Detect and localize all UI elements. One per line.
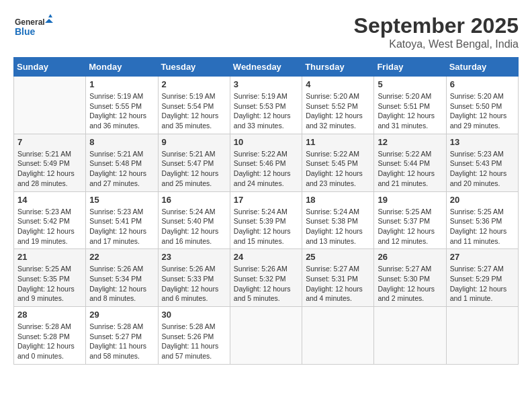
- day-number: 1: [89, 79, 154, 89]
- day-info: Sunrise: 5:25 AMSunset: 5:35 PMDaylight:…: [17, 264, 82, 304]
- day-cell: 5Sunrise: 5:20 AMSunset: 5:51 PMDaylight…: [374, 77, 446, 134]
- day-cell: 8Sunrise: 5:21 AMSunset: 5:48 PMDaylight…: [86, 134, 158, 191]
- calendar-table: SundayMondayTuesdayWednesdayThursdayFrid…: [13, 57, 519, 365]
- day-cell: 12Sunrise: 5:22 AMSunset: 5:44 PMDayligh…: [374, 134, 446, 191]
- weekday-header-friday: Friday: [374, 58, 446, 77]
- day-info: Sunrise: 5:27 AMSunset: 5:31 PMDaylight:…: [306, 264, 370, 304]
- day-info: Sunrise: 5:20 AMSunset: 5:51 PMDaylight:…: [378, 91, 442, 131]
- day-cell: [14, 77, 86, 134]
- day-info: Sunrise: 5:24 AMSunset: 5:40 PMDaylight:…: [162, 207, 226, 246]
- day-number: 3: [234, 79, 298, 89]
- title-block: September 2025 Katoya, West Bengal, Indi…: [354, 13, 519, 50]
- day-number: 10: [234, 137, 298, 147]
- day-number: 6: [450, 79, 515, 89]
- day-info: Sunrise: 5:20 AMSunset: 5:52 PMDaylight:…: [306, 91, 370, 131]
- day-cell: 17Sunrise: 5:24 AMSunset: 5:39 PMDayligh…: [230, 191, 302, 249]
- day-number: 18: [306, 195, 370, 205]
- day-number: 26: [378, 252, 442, 262]
- svg-marker-3: [45, 19, 53, 23]
- day-cell: [374, 307, 446, 365]
- day-cell: 28Sunrise: 5:28 AMSunset: 5:28 PMDayligh…: [14, 307, 86, 365]
- svg-marker-2: [48, 14, 52, 17]
- day-cell: 25Sunrise: 5:27 AMSunset: 5:31 PMDayligh…: [302, 249, 374, 307]
- page-header: General Blue September 2025 Katoya, West…: [13, 13, 519, 50]
- day-number: 22: [89, 252, 154, 262]
- day-info: Sunrise: 5:21 AMSunset: 5:49 PMDaylight:…: [17, 149, 82, 189]
- day-cell: 19Sunrise: 5:25 AMSunset: 5:37 PMDayligh…: [374, 191, 446, 249]
- day-info: Sunrise: 5:22 AMSunset: 5:46 PMDaylight:…: [234, 149, 298, 189]
- day-cell: 29Sunrise: 5:28 AMSunset: 5:27 PMDayligh…: [86, 307, 158, 365]
- day-number: 21: [17, 252, 82, 262]
- day-cell: [302, 307, 374, 365]
- day-number: 28: [17, 310, 82, 320]
- day-number: 8: [89, 137, 154, 147]
- day-cell: 30Sunrise: 5:28 AMSunset: 5:26 PMDayligh…: [158, 307, 230, 365]
- week-row-2: 7Sunrise: 5:21 AMSunset: 5:49 PMDaylight…: [14, 134, 519, 191]
- day-cell: 27Sunrise: 5:27 AMSunset: 5:29 PMDayligh…: [446, 249, 518, 307]
- day-info: Sunrise: 5:27 AMSunset: 5:29 PMDaylight:…: [450, 264, 515, 304]
- day-info: Sunrise: 5:28 AMSunset: 5:28 PMDaylight:…: [17, 322, 82, 361]
- weekday-header-tuesday: Tuesday: [158, 58, 230, 77]
- day-cell: 26Sunrise: 5:27 AMSunset: 5:30 PMDayligh…: [374, 249, 446, 307]
- day-number: 29: [89, 310, 154, 320]
- location: Katoya, West Bengal, India: [354, 38, 519, 50]
- day-number: 20: [450, 195, 515, 205]
- day-cell: 3Sunrise: 5:19 AMSunset: 5:53 PMDaylight…: [230, 77, 302, 134]
- day-info: Sunrise: 5:25 AMSunset: 5:36 PMDaylight:…: [450, 207, 515, 246]
- day-info: Sunrise: 5:20 AMSunset: 5:50 PMDaylight:…: [450, 91, 515, 131]
- day-number: 30: [162, 310, 226, 320]
- day-info: Sunrise: 5:23 AMSunset: 5:43 PMDaylight:…: [450, 149, 515, 189]
- week-row-3: 14Sunrise: 5:23 AMSunset: 5:42 PMDayligh…: [14, 191, 519, 249]
- day-number: 25: [306, 252, 370, 262]
- day-info: Sunrise: 5:21 AMSunset: 5:48 PMDaylight:…: [89, 149, 154, 189]
- day-number: 2: [162, 79, 226, 89]
- day-info: Sunrise: 5:23 AMSunset: 5:41 PMDaylight:…: [89, 207, 154, 246]
- day-number: 13: [450, 137, 515, 147]
- day-info: Sunrise: 5:21 AMSunset: 5:47 PMDaylight:…: [162, 149, 226, 189]
- day-cell: 2Sunrise: 5:19 AMSunset: 5:54 PMDaylight…: [158, 77, 230, 134]
- day-cell: 23Sunrise: 5:26 AMSunset: 5:33 PMDayligh…: [158, 249, 230, 307]
- month-title: September 2025: [354, 13, 519, 38]
- day-number: 5: [378, 79, 442, 89]
- day-info: Sunrise: 5:19 AMSunset: 5:55 PMDaylight:…: [89, 91, 154, 131]
- day-cell: 16Sunrise: 5:24 AMSunset: 5:40 PMDayligh…: [158, 191, 230, 249]
- day-info: Sunrise: 5:26 AMSunset: 5:34 PMDaylight:…: [89, 264, 154, 304]
- day-cell: 21Sunrise: 5:25 AMSunset: 5:35 PMDayligh…: [14, 249, 86, 307]
- day-cell: 6Sunrise: 5:20 AMSunset: 5:50 PMDaylight…: [446, 77, 518, 134]
- week-row-4: 21Sunrise: 5:25 AMSunset: 5:35 PMDayligh…: [14, 249, 519, 307]
- day-info: Sunrise: 5:28 AMSunset: 5:26 PMDaylight:…: [162, 322, 226, 361]
- day-info: Sunrise: 5:26 AMSunset: 5:32 PMDaylight:…: [234, 264, 298, 304]
- day-number: 15: [89, 195, 154, 205]
- day-info: Sunrise: 5:25 AMSunset: 5:37 PMDaylight:…: [378, 207, 442, 246]
- day-cell: 10Sunrise: 5:22 AMSunset: 5:46 PMDayligh…: [230, 134, 302, 191]
- day-number: 11: [306, 137, 370, 147]
- day-cell: 18Sunrise: 5:24 AMSunset: 5:38 PMDayligh…: [302, 191, 374, 249]
- weekday-header-sunday: Sunday: [14, 58, 86, 77]
- day-cell: 9Sunrise: 5:21 AMSunset: 5:47 PMDaylight…: [158, 134, 230, 191]
- day-info: Sunrise: 5:28 AMSunset: 5:27 PMDaylight:…: [89, 322, 154, 361]
- weekday-header-monday: Monday: [86, 58, 158, 77]
- weekday-header-wednesday: Wednesday: [230, 58, 302, 77]
- day-info: Sunrise: 5:22 AMSunset: 5:45 PMDaylight:…: [306, 149, 370, 189]
- day-number: 17: [234, 195, 298, 205]
- svg-text:General: General: [15, 17, 45, 27]
- day-cell: [230, 307, 302, 365]
- day-cell: 1Sunrise: 5:19 AMSunset: 5:55 PMDaylight…: [86, 77, 158, 134]
- day-number: 7: [17, 137, 82, 147]
- day-info: Sunrise: 5:24 AMSunset: 5:39 PMDaylight:…: [234, 207, 298, 246]
- day-number: 12: [378, 137, 442, 147]
- svg-text:Blue: Blue: [15, 26, 36, 37]
- day-cell: 22Sunrise: 5:26 AMSunset: 5:34 PMDayligh…: [86, 249, 158, 307]
- day-number: 16: [162, 195, 226, 205]
- day-info: Sunrise: 5:19 AMSunset: 5:54 PMDaylight:…: [162, 91, 226, 131]
- day-info: Sunrise: 5:24 AMSunset: 5:38 PMDaylight:…: [306, 207, 370, 246]
- day-info: Sunrise: 5:26 AMSunset: 5:33 PMDaylight:…: [162, 264, 226, 304]
- day-cell: 13Sunrise: 5:23 AMSunset: 5:43 PMDayligh…: [446, 134, 518, 191]
- logo: General Blue: [13, 13, 54, 40]
- day-number: 24: [234, 252, 298, 262]
- day-cell: 4Sunrise: 5:20 AMSunset: 5:52 PMDaylight…: [302, 77, 374, 134]
- day-number: 4: [306, 79, 370, 89]
- day-number: 23: [162, 252, 226, 262]
- logo-svg: General Blue: [13, 13, 54, 40]
- day-number: 14: [17, 195, 82, 205]
